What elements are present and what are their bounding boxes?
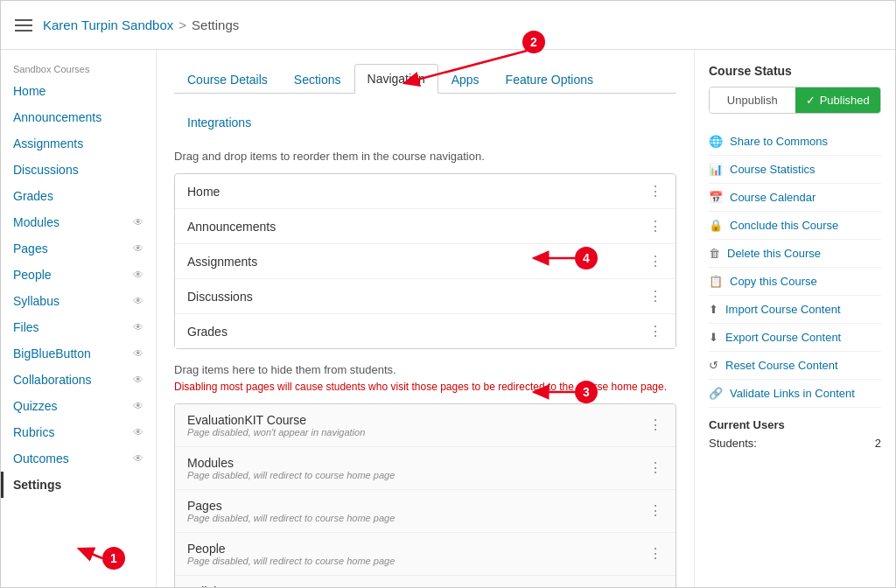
- eye-icon: 👁: [133, 400, 144, 412]
- action-label: Reset Course Content: [725, 359, 838, 372]
- action-label: Course Statistics: [730, 163, 816, 176]
- disabled-item-menu-dots[interactable]: ⋮: [648, 416, 663, 433]
- action-conclude-course[interactable]: 🔒 Conclude this Course: [709, 212, 881, 240]
- nav-item-menu-dots[interactable]: ⋮: [648, 323, 663, 340]
- disabled-item-sub: Page disabled, will redirect to course h…: [187, 513, 395, 523]
- action-share-commons[interactable]: 🌐 Share to Commons: [709, 128, 881, 156]
- sidebar-item-quizzes[interactable]: Quizzes👁: [1, 393, 156, 419]
- breadcrumb-current: Settings: [192, 18, 239, 32]
- sidebar-item-settings[interactable]: Settings: [1, 472, 156, 498]
- sidebar-item-files[interactable]: Files👁: [1, 314, 156, 340]
- course-status-title: Course Status: [709, 64, 881, 78]
- action-list: 🌐 Share to Commons📊 Course Statistics📅 C…: [709, 128, 881, 408]
- nav-item-menu-dots[interactable]: ⋮: [648, 183, 663, 200]
- action-label: Share to Commons: [730, 135, 828, 148]
- sidebar-item-label: Quizzes: [13, 399, 58, 413]
- nav-item-menu-dots[interactable]: ⋮: [648, 253, 663, 270]
- eye-icon: 👁: [133, 242, 144, 255]
- sidebar-item-label: Home: [13, 84, 46, 98]
- sidebar-item-label: Modules: [13, 215, 60, 229]
- action-icon: 🔗: [709, 387, 723, 400]
- sidebar-item-modules[interactable]: Modules👁: [1, 209, 156, 235]
- nav-item-label: Assignments: [187, 255, 257, 269]
- sidebar-item-collaborations[interactable]: Collaborations👁: [1, 367, 156, 393]
- disabled-item-menu-dots[interactable]: ⋮: [648, 459, 663, 476]
- tab-feature-options[interactable]: Feature Options: [493, 65, 606, 94]
- tabs-row1: Course DetailsSectionsNavigationAppsFeat…: [174, 64, 676, 94]
- nav-item-menu-dots[interactable]: ⋮: [648, 288, 663, 304]
- eye-icon: 👁: [133, 269, 144, 281]
- sidebar-item-bigbluebutton[interactable]: BigBlueButton👁: [1, 340, 156, 367]
- sidebar-item-people[interactable]: People👁: [1, 262, 156, 288]
- action-course-statistics[interactable]: 📊 Course Statistics: [709, 156, 881, 184]
- disabled-item-label: Pages: [187, 499, 395, 513]
- sidebar-item-syllabus[interactable]: Syllabus👁: [1, 288, 156, 314]
- nav-item-label: Grades: [187, 325, 228, 339]
- sidebar-item-discussions[interactable]: Discussions: [1, 157, 156, 183]
- top-header: Karen Turpin Sandbox > Settings: [1, 1, 895, 50]
- nav-item-grades: Grades⋮: [175, 314, 676, 348]
- tab-integrations[interactable]: Integrations: [174, 108, 264, 136]
- action-icon: 🔒: [709, 219, 723, 232]
- published-button[interactable]: ✓ Published: [795, 88, 881, 113]
- sidebar-item-home[interactable]: Home: [1, 78, 156, 104]
- action-import-content[interactable]: ⬆ Import Course Content: [709, 296, 881, 324]
- disabled-nav-item-evaluationkit-course: EvaluationKIT Course Page disabled, won'…: [175, 404, 676, 447]
- sidebar-item-assignments[interactable]: Assignments: [1, 130, 156, 157]
- sidebar-item-label: Pages: [13, 242, 48, 256]
- disabled-item-menu-dots[interactable]: ⋮: [648, 502, 663, 519]
- sidebar-item-label: BigBlueButton: [13, 346, 91, 360]
- sidebar-item-label: Assignments: [13, 136, 83, 150]
- breadcrumb-home[interactable]: Karen Turpin Sandbox: [43, 18, 173, 32]
- action-icon: ⬆: [709, 303, 718, 316]
- students-row: Students: 2: [709, 437, 881, 450]
- nav-item-discussions: Discussions⋮: [175, 279, 676, 314]
- tab-apps[interactable]: Apps: [438, 65, 493, 94]
- disabled-item-label: Modules: [187, 456, 395, 470]
- sidebar-item-pages[interactable]: Pages👁: [1, 235, 156, 262]
- sidebar-item-announcements[interactable]: Announcements: [1, 104, 156, 130]
- disabled-nav-item-syllabus: Syllabus Page disabled, will redirect to…: [175, 576, 676, 587]
- sidebar-item-label: People: [13, 268, 52, 282]
- sidebar-item-outcomes[interactable]: Outcomes👁: [1, 445, 156, 472]
- action-reset-content[interactable]: ↺ Reset Course Content: [709, 352, 881, 380]
- action-export-content[interactable]: ⬇ Export Course Content: [709, 324, 881, 352]
- tabs-row2: Integrations: [174, 108, 676, 136]
- sidebar: Sandbox Courses HomeAnnouncementsAssignm…: [1, 50, 157, 587]
- action-icon: 📅: [709, 191, 723, 204]
- action-icon: 📋: [709, 275, 723, 288]
- disabled-item-label: EvaluationKIT Course: [187, 413, 365, 427]
- action-label: Delete this Course: [727, 247, 821, 260]
- students-label: Students:: [709, 437, 757, 450]
- sidebar-item-label: Announcements: [13, 110, 102, 124]
- nav-item-label: Announcements: [187, 220, 276, 234]
- sidebar-item-label: Files: [13, 320, 39, 334]
- action-delete-course[interactable]: 🗑 Delete this Course: [709, 240, 881, 268]
- content-area: Course DetailsSectionsNavigationAppsFeat…: [157, 50, 694, 587]
- action-label: Import Course Content: [725, 303, 841, 316]
- tab-navigation[interactable]: Navigation: [354, 64, 438, 94]
- drag-hint: Drag and drop items to reorder them in t…: [174, 150, 676, 163]
- disabled-nav-item-people: People Page disabled, will redirect to c…: [175, 533, 676, 576]
- sidebar-item-grades[interactable]: Grades: [1, 183, 156, 209]
- disabled-section: Drag items here to hide them from studen…: [174, 363, 676, 587]
- tab-sections[interactable]: Sections: [281, 65, 354, 94]
- disabled-item-menu-dots[interactable]: ⋮: [648, 545, 663, 562]
- action-course-calendar[interactable]: 📅 Course Calendar: [709, 184, 881, 212]
- sidebar-item-rubrics[interactable]: Rubrics👁: [1, 419, 156, 445]
- sidebar-item-label: Discussions: [13, 163, 79, 177]
- unpublish-button[interactable]: Unpublish: [710, 88, 795, 113]
- nav-enabled-list: Home⋮Announcements⋮Assignments⋮Discussio…: [174, 173, 676, 349]
- nav-disabled-list: EvaluationKIT Course Page disabled, won'…: [174, 403, 676, 587]
- action-label: Export Course Content: [725, 331, 841, 344]
- published-label: Published: [820, 94, 870, 107]
- action-copy-course[interactable]: 📋 Copy this Course: [709, 268, 881, 296]
- action-validate-links[interactable]: 🔗 Validate Links in Content: [709, 380, 881, 408]
- tab-course-details[interactable]: Course Details: [174, 65, 281, 94]
- nav-item-label: Home: [187, 185, 220, 199]
- sidebar-item-label: Rubrics: [13, 425, 54, 439]
- sidebar-item-label: Collaborations: [13, 373, 92, 387]
- nav-item-menu-dots[interactable]: ⋮: [648, 218, 663, 234]
- eye-icon: 👁: [133, 452, 144, 465]
- hamburger-menu[interactable]: [15, 19, 32, 32]
